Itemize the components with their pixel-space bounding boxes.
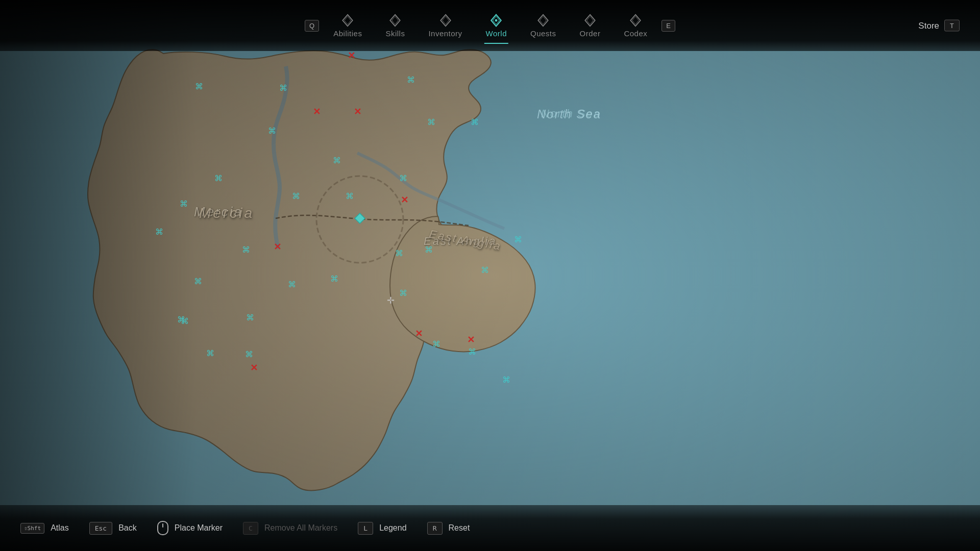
svg-point-54 <box>495 19 498 21</box>
svg-text:⌘: ⌘ <box>425 245 433 254</box>
svg-text:⌘: ⌘ <box>432 340 440 348</box>
svg-rect-4 <box>0 0 980 551</box>
svg-text:⌘: ⌘ <box>330 274 338 283</box>
nav-inventory[interactable]: Inventory <box>419 10 471 42</box>
topbar: Q Abilities Skills Inventory World <box>0 0 980 51</box>
back-action[interactable]: Esc Back <box>89 522 137 535</box>
reset-action[interactable]: R Reset <box>427 522 470 535</box>
svg-text:⌘: ⌘ <box>180 199 188 208</box>
back-label: Back <box>118 523 137 533</box>
svg-text:⌘: ⌘ <box>268 127 276 135</box>
nav-abilities[interactable]: Abilities <box>324 10 371 42</box>
quests-label: Quests <box>530 29 556 38</box>
svg-text:⌘: ⌘ <box>399 174 407 183</box>
svg-text:⌘: ⌘ <box>242 245 250 254</box>
nav-codex[interactable]: Codex <box>615 10 656 42</box>
nav-items: Q Abilities Skills Inventory World <box>305 10 675 42</box>
quests-icon <box>536 14 550 27</box>
place-marker-label: Place Marker <box>175 523 223 533</box>
store-button[interactable]: Store T <box>918 20 960 32</box>
svg-text:✕: ✕ <box>401 195 408 205</box>
skills-icon <box>388 14 402 27</box>
legend-action[interactable]: L Legend <box>358 522 406 535</box>
svg-text:⌘: ⌘ <box>468 347 476 356</box>
svg-text:✕: ✕ <box>348 51 355 61</box>
order-icon <box>583 14 597 27</box>
svg-text:⌘: ⌘ <box>514 235 522 244</box>
svg-text:✕: ✕ <box>467 335 475 345</box>
inventory-icon <box>439 14 452 27</box>
reset-key: R <box>427 522 443 535</box>
svg-text:⌘: ⌘ <box>346 192 354 201</box>
nav-world[interactable]: World <box>477 10 516 42</box>
svg-text:⌘: ⌘ <box>502 375 510 384</box>
inventory-label: Inventory <box>428 29 462 38</box>
svg-text:⌘: ⌘ <box>206 349 214 358</box>
svg-text:⌘: ⌘ <box>194 277 202 286</box>
nav-skills[interactable]: Skills <box>376 10 414 42</box>
svg-text:⌘: ⌘ <box>395 249 403 258</box>
order-label: Order <box>580 29 601 38</box>
atlas-key: ⇧Shft <box>20 523 44 534</box>
svg-text:✕: ✕ <box>274 242 281 252</box>
skills-label: Skills <box>385 29 405 38</box>
svg-text:⌘: ⌘ <box>333 156 341 165</box>
svg-text:✕: ✕ <box>354 107 361 117</box>
svg-text:⌘: ⌘ <box>288 280 296 289</box>
mouse-icon <box>157 521 168 535</box>
remove-markers-action[interactable]: C Remove All Markers <box>243 522 337 535</box>
codex-icon <box>629 14 642 27</box>
nav-quests[interactable]: Quests <box>521 10 566 42</box>
remove-markers-key: C <box>243 522 258 535</box>
svg-text:⌘: ⌘ <box>214 174 223 183</box>
svg-text:✕: ✕ <box>415 329 423 339</box>
svg-text:⌘: ⌘ <box>181 317 189 325</box>
svg-text:⌘: ⌘ <box>245 350 253 359</box>
svg-text:⌘: ⌘ <box>279 84 287 92</box>
back-key: Esc <box>89 522 112 535</box>
legend-label: Legend <box>379 523 406 533</box>
atlas-action[interactable]: ⇧Shft Atlas <box>20 523 69 534</box>
place-marker-action[interactable]: Place Marker <box>157 521 223 535</box>
world-icon <box>489 14 503 27</box>
atlas-label: Atlas <box>51 523 69 533</box>
bottombar: ⇧Shft Atlas Esc Back Place Marker C Remo… <box>0 505 980 551</box>
svg-text:✕: ✕ <box>250 363 258 373</box>
svg-text:⌘: ⌘ <box>481 266 489 274</box>
reset-label: Reset <box>449 523 470 533</box>
svg-text:⌘: ⌘ <box>399 289 407 297</box>
abilities-icon <box>341 14 354 27</box>
codex-label: Codex <box>624 29 647 38</box>
nav-order[interactable]: Order <box>571 10 610 42</box>
right-nav-key: E <box>662 20 675 32</box>
store-label: Store <box>918 20 939 31</box>
svg-text:⌘: ⌘ <box>471 118 479 127</box>
abilities-label: Abilities <box>333 29 362 38</box>
svg-text:⌘: ⌘ <box>195 82 203 91</box>
svg-text:⌘: ⌘ <box>155 228 163 236</box>
legend-key: L <box>358 522 373 535</box>
svg-text:✕: ✕ <box>313 107 321 117</box>
svg-text:⌘: ⌘ <box>292 192 300 201</box>
remove-markers-label: Remove All Markers <box>264 523 337 533</box>
store-key: T <box>944 20 960 32</box>
left-nav-key: Q <box>305 20 319 32</box>
svg-text:⌘: ⌘ <box>246 313 254 322</box>
world-label: World <box>486 29 507 38</box>
svg-text:⌘: ⌘ <box>427 118 435 127</box>
svg-text:⌘: ⌘ <box>407 76 415 84</box>
